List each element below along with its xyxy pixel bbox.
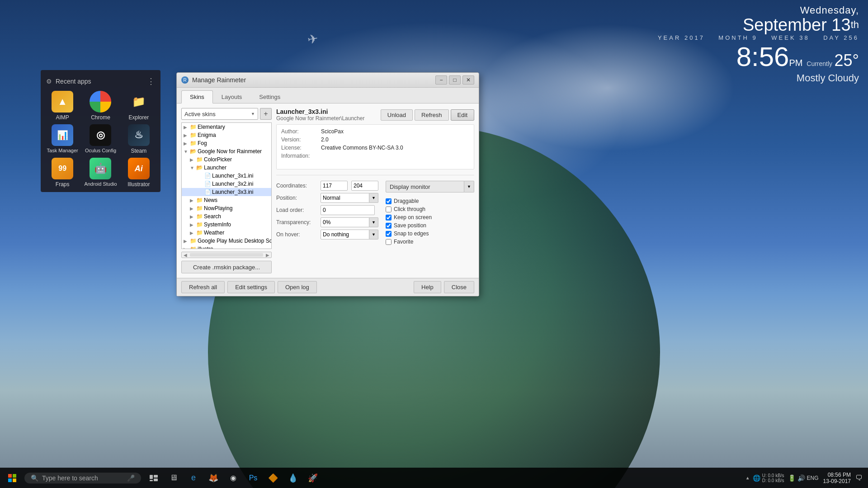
rocket-icon[interactable]: 🚀 bbox=[304, 468, 322, 488]
save-position-checkbox-row[interactable]: Save position bbox=[386, 222, 474, 229]
on-hover-select[interactable]: Do nothing Hide Fade in bbox=[321, 230, 369, 239]
app-aimp[interactable]: ▲ AIMP bbox=[45, 91, 80, 121]
create-rmskin-button[interactable]: Create .rmskin package... bbox=[181, 261, 272, 273]
mic-icon: 🎤 bbox=[127, 474, 135, 482]
close-button[interactable]: ✕ bbox=[462, 75, 474, 84]
tree-item-googlenow[interactable]: ▼ 📂 Google Now for Rainmeter bbox=[182, 147, 271, 155]
display-monitor-arrow[interactable]: ▼ bbox=[464, 181, 474, 192]
dialog-close-button[interactable]: Close bbox=[444, 281, 474, 293]
tab-settings[interactable]: Settings bbox=[250, 90, 289, 103]
taskview-button[interactable] bbox=[145, 468, 163, 488]
dropbox-icon[interactable]: 💧 bbox=[284, 468, 302, 488]
app-android-studio[interactable]: 🤖 Android Studio bbox=[83, 158, 118, 188]
transparency-select[interactable]: 0% 25% 50% bbox=[321, 217, 369, 227]
weather-time: 8:56 bbox=[736, 41, 789, 72]
tray-clock[interactable]: 08:56 PM 13-09-2017 bbox=[821, 472, 854, 484]
tree-item-illustro[interactable]: ▶ 📁 illustro bbox=[182, 245, 271, 249]
app-oculus[interactable]: ◎ Oculus Config bbox=[83, 124, 118, 154]
favorite-checkbox[interactable] bbox=[386, 239, 392, 245]
tree-toggle-systeminfo: ▶ bbox=[190, 222, 196, 227]
draggable-checkbox[interactable] bbox=[386, 198, 392, 204]
tree-item-launcher[interactable]: ▼ 📂 Launcher bbox=[182, 164, 271, 172]
tree-item-launcher3x1[interactable]: ▶ 📄 Launcher_3x1.ini bbox=[182, 172, 271, 180]
tree-item-systeminfo[interactable]: ▶ 📁 SystemInfo bbox=[182, 221, 271, 229]
draggable-checkbox-row[interactable]: Draggable bbox=[386, 198, 474, 204]
tree-item-news[interactable]: ▶ 📁 News bbox=[182, 196, 271, 204]
tray-volume-icon[interactable]: 🔊 bbox=[797, 474, 805, 482]
app-taskmanager[interactable]: 📊 Task Manager bbox=[45, 124, 80, 154]
tree-item-nowplaying[interactable]: ▶ 📁 NowPlaying bbox=[182, 204, 271, 212]
tab-layouts[interactable]: Layouts bbox=[213, 90, 251, 103]
svg-rect-2 bbox=[8, 479, 12, 482]
monitor-icon-taskbar[interactable]: 🖥 bbox=[165, 468, 183, 488]
scroll-right-icon[interactable]: ▶ bbox=[264, 253, 271, 258]
maximize-button[interactable]: □ bbox=[449, 75, 461, 84]
position-select-arrow[interactable]: ▼ bbox=[369, 193, 378, 203]
keep-on-screen-checkbox[interactable] bbox=[386, 215, 392, 221]
load-order-input[interactable] bbox=[321, 205, 375, 215]
search-bar[interactable]: 🔍 Type here to search 🎤 bbox=[24, 473, 141, 483]
scroll-left-icon[interactable]: ◀ bbox=[182, 253, 189, 258]
app-explorer[interactable]: 📁 Explorer bbox=[122, 91, 156, 121]
edit-button[interactable]: Edit bbox=[451, 109, 474, 121]
snap-to-edges-checkbox-row[interactable]: Snap to edges bbox=[386, 230, 474, 237]
favorite-checkbox-row[interactable]: Favorite bbox=[386, 239, 474, 245]
active-skins-dropdown[interactable]: Active skins ▼ bbox=[181, 108, 258, 120]
more-options-icon[interactable]: ⋮ bbox=[147, 76, 155, 86]
save-position-checkbox[interactable] bbox=[386, 223, 392, 229]
svg-rect-6 bbox=[150, 480, 153, 481]
refresh-all-button[interactable]: Refresh all bbox=[181, 281, 225, 293]
firefox-icon[interactable]: 🦊 bbox=[204, 468, 222, 488]
add-skin-button[interactable]: + bbox=[260, 108, 272, 120]
app-label-android: Android Studio bbox=[84, 181, 117, 187]
coord-y-input[interactable] bbox=[351, 181, 378, 191]
refresh-button[interactable]: Refresh bbox=[415, 109, 449, 121]
tree-toggle-googlenow: ▼ bbox=[184, 149, 190, 154]
display-monitor-button[interactable]: Display monitor bbox=[386, 181, 464, 192]
click-through-checkbox[interactable] bbox=[386, 206, 392, 212]
app-chrome[interactable]: Chrome bbox=[83, 91, 118, 121]
snap-to-edges-checkbox[interactable] bbox=[386, 231, 392, 237]
app-illustrator[interactable]: Ai Illustrator bbox=[122, 158, 156, 188]
recent-apps-title-row: ⚙ Recent apps bbox=[46, 78, 91, 85]
tree-item-launcher3x3[interactable]: ▶ 📄 Launcher_3x3.ini bbox=[182, 188, 271, 196]
start-button[interactable] bbox=[2, 468, 23, 488]
tree-item-googleplay[interactable]: ▶ 📁 Google Play Music Desktop Song bbox=[182, 237, 271, 245]
tree-item-enigma[interactable]: ▶ 📁 Enigma bbox=[182, 131, 271, 139]
help-button[interactable]: Help bbox=[414, 281, 441, 293]
language-label[interactable]: ENG bbox=[807, 475, 819, 481]
skin-tree[interactable]: ▶ 📁 Elementary ▶ 📁 Enigma ▶ 📁 Fog ▼ 📂 bbox=[181, 122, 272, 249]
chrome-taskbar-icon[interactable]: ◉ bbox=[224, 468, 242, 488]
open-log-button[interactable]: Open log bbox=[278, 281, 317, 293]
app-steam[interactable]: ♨ Steam bbox=[122, 124, 156, 154]
tree-item-search[interactable]: ▶ 📁 Search bbox=[182, 212, 271, 221]
dropdown-arrow-icon: ▼ bbox=[251, 112, 255, 116]
photoshop-icon[interactable]: Ps bbox=[244, 468, 262, 488]
click-through-checkbox-row[interactable]: Click through bbox=[386, 206, 474, 212]
tree-label-launcher3x3: Launcher_3x3.ini bbox=[212, 189, 253, 195]
transparency-select-arrow[interactable]: ▼ bbox=[369, 217, 378, 227]
weather-day: Wednesday, bbox=[658, 5, 859, 16]
app-fraps[interactable]: 99 Fraps bbox=[45, 158, 80, 188]
minimize-button[interactable]: − bbox=[435, 75, 447, 84]
tray-arrow-icon[interactable]: ▲ bbox=[745, 475, 750, 480]
tree-item-launcher3x2[interactable]: ▶ 📄 Launcher_3x2.ini bbox=[182, 180, 271, 188]
app-icon-chrome bbox=[90, 91, 111, 113]
tree-item-colorpicker[interactable]: ▶ 📁 ColorPicker bbox=[182, 155, 271, 164]
tree-item-weather[interactable]: ▶ 📁 Weather bbox=[182, 229, 271, 237]
edit-settings-button[interactable]: Edit settings bbox=[227, 281, 275, 293]
keep-on-screen-checkbox-row[interactable]: Keep on screen bbox=[386, 214, 474, 221]
on-hover-row: On hover: Do nothing Hide Fade in ▼ bbox=[276, 230, 378, 239]
vlc-icon[interactable]: 🔶 bbox=[264, 468, 282, 488]
tree-hscrollbar[interactable]: ◀ ▶ bbox=[181, 252, 272, 258]
tree-item-elementary[interactable]: ▶ 📁 Elementary bbox=[182, 123, 271, 131]
position-select[interactable]: Normal Topmost Bottom bbox=[321, 193, 369, 203]
coord-x-input[interactable] bbox=[321, 181, 348, 191]
taskbar-running-icons: 🖥 e 🦊 ◉ Ps 🔶 💧 🚀 bbox=[145, 468, 322, 488]
notifications-icon[interactable]: 🗨 bbox=[855, 474, 863, 482]
on-hover-select-arrow[interactable]: ▼ bbox=[369, 230, 378, 239]
tree-item-fog[interactable]: ▶ 📁 Fog bbox=[182, 139, 271, 147]
tab-skins[interactable]: Skins bbox=[181, 90, 213, 103]
unload-button[interactable]: Unload bbox=[381, 109, 413, 121]
edge-icon[interactable]: e bbox=[184, 468, 203, 488]
